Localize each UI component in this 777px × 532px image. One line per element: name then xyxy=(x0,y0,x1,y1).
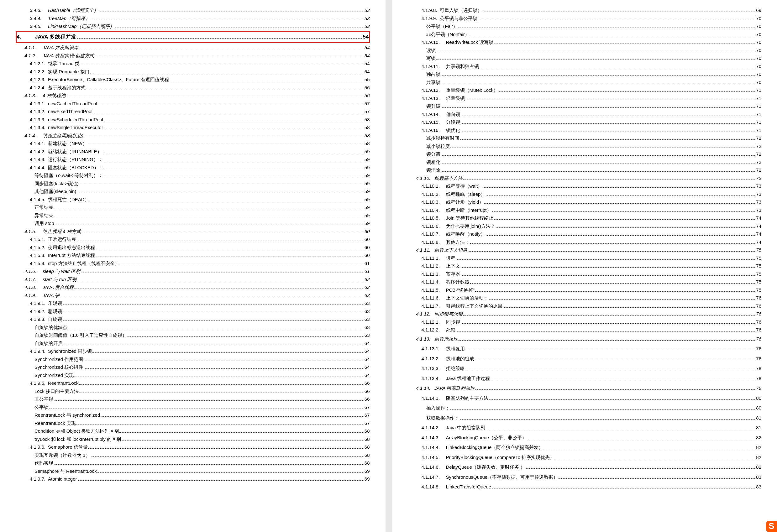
toc-entry[interactable]: 4.1.9.5.ReentrantLock66 xyxy=(30,379,370,387)
toc-entry[interactable]: 4.1.9.13.轻量级锁71 xyxy=(422,94,762,103)
toc-entry[interactable]: 4.1.9.2.悲观锁63 xyxy=(30,307,370,315)
toc-entry[interactable]: 4.1.3.4 种线程池56 xyxy=(24,92,370,100)
toc-entry[interactable]: 3.4.3.HashTable（线程安全）53 xyxy=(30,6,370,14)
toc-entry[interactable]: 3.4.5.LinkHashMap（记录插入顺序）53 xyxy=(30,22,370,30)
toc-entry[interactable]: 4.1.12.2.死锁76 xyxy=(422,326,762,334)
toc-entry[interactable]: 锁升级71 xyxy=(426,102,762,110)
toc-entry[interactable]: ReentrantLock 实现67 xyxy=(34,419,370,427)
toc-entry[interactable]: 4.1.9.11.共享锁和独占锁70 xyxy=(422,62,762,71)
toc-entry[interactable]: 4.1.10.5.Join 等待其他线程终止74 xyxy=(422,214,762,222)
toc-entry[interactable]: 4.1.11.3.寄存器75 xyxy=(422,270,762,278)
toc-entry[interactable]: 实现互斥锁（计数器为 1）68 xyxy=(34,451,370,459)
toc-entry[interactable]: 独占锁70 xyxy=(426,70,762,78)
toc-entry[interactable]: 4.1.10.3.线程让步（yield）73 xyxy=(422,198,762,206)
toc-entry[interactable]: 4.1.14.3.ArrayBlockingQueue（公平、非公平）82 xyxy=(422,433,762,443)
toc-entry[interactable]: 4.1.4.线程生命周期(状态)58 xyxy=(24,132,370,140)
toc-entry[interactable]: 4.1.13.4.Java 线程池工作过程78 xyxy=(422,374,762,384)
toc-entry[interactable]: Semaphore 与 ReentrantLock69 xyxy=(34,467,370,475)
toc-entry[interactable]: 4.1.10.7.线程唤醒（notify）74 xyxy=(422,230,762,238)
toc-entry[interactable]: 4.1.11.线程上下文切换75 xyxy=(416,246,762,254)
toc-entry[interactable]: 其他阻塞(sleep/join)59 xyxy=(34,187,370,195)
toc-entry[interactable]: 4.1.2.JAVA 线程实现/创建方式54 xyxy=(24,52,370,60)
toc-entry[interactable]: 锁分离72 xyxy=(426,150,762,158)
toc-entry[interactable]: 自旋锁的开启64 xyxy=(34,339,370,348)
toc-entry[interactable]: 4.1.5.1.正常运行结束60 xyxy=(30,235,370,243)
toc-entry[interactable]: 4.1.11.5.PCB-"切换桢"75 xyxy=(422,286,762,294)
toc-entry[interactable]: 4.1.2.2.实现 Runnable 接口。54 xyxy=(30,68,370,76)
toc-entry[interactable]: 4.1.10.线程基本方法72 xyxy=(416,174,762,182)
toc-entry[interactable]: 正常结束59 xyxy=(34,203,370,212)
toc-entry[interactable]: 4.1.4.3.运行状态（RUNNING）：59 xyxy=(30,155,370,163)
toc-entry[interactable]: 4.1.4.5.线程死亡（DEAD）59 xyxy=(30,195,370,204)
toc-entry[interactable]: 4.1.4.1.新建状态（NEW）58 xyxy=(30,139,370,148)
toc-entry[interactable]: tryLock 和 lock 和 lockInterruptibly 的区别68 xyxy=(34,435,370,443)
toc-entry[interactable]: 写锁70 xyxy=(426,54,762,62)
toc-entry[interactable]: 4.1.14.JAVA 阻塞队列原理79 xyxy=(416,383,762,393)
toc-entry[interactable]: 公平锁67 xyxy=(34,403,370,411)
toc-entry[interactable]: ReentrantLock 与 synchronized67 xyxy=(34,411,370,419)
toc-entry[interactable]: 4.1.14.5.PriorityBlockingQueue（compareTo… xyxy=(422,452,762,462)
toc-entry[interactable]: 获取数据操作：81 xyxy=(426,413,762,423)
toc-entry[interactable]: Synchronized 实现64 xyxy=(34,371,370,379)
toc-entry[interactable]: 4.1.9.10.ReadWriteLock 读写锁70 xyxy=(422,38,762,46)
toc-entry[interactable]: 4.1.11.1.进程75 xyxy=(422,254,762,262)
toc-entry[interactable]: 4.1.9.JAVA 锁63 xyxy=(24,291,370,299)
toc-entry[interactable]: 锁消除72 xyxy=(426,166,762,174)
toc-entry[interactable]: 4.1.4.4.阻塞状态（BLOCKED）：59 xyxy=(30,163,370,172)
toc-entry[interactable]: 4.1.3.1.newCachedThreadPool57 xyxy=(30,100,370,108)
toc-entry[interactable]: 4.1.3.4.newSingleThreadExecutor58 xyxy=(30,123,370,132)
toc-entry[interactable]: 4.1.13.3.拒绝策略78 xyxy=(422,364,762,374)
toc-entry[interactable]: 锁粗化72 xyxy=(426,158,762,166)
toc-entry[interactable]: 自旋锁时间阈值（1.6 引入了适应性自旋锁）63 xyxy=(34,331,370,339)
toc-entry[interactable]: 3.4.4.TreeMap（可排序）53 xyxy=(30,14,370,23)
toc-entry[interactable]: 4.1.4.2.就绪状态（RUNNABLE）：59 xyxy=(30,148,370,156)
toc-entry[interactable]: 4.1.1.JAVA 并发知识库54 xyxy=(24,43,370,52)
toc-entry[interactable]: 4.1.9.12.重量级锁（Mutex Lock）71 xyxy=(422,86,762,94)
toc-entry[interactable]: 代码实现68 xyxy=(34,459,370,467)
toc-entry[interactable]: 4.1.10.4.线程中断（interrupt）73 xyxy=(422,206,762,214)
toc-entry[interactable]: 调用 stop59 xyxy=(34,219,370,228)
toc-entry[interactable]: 4.1.14.2.Java 中的阻塞队列81 xyxy=(422,423,762,433)
toc-entry[interactable]: 减少锁持有时间72 xyxy=(426,134,762,142)
toc-entry[interactable]: 4.1.5.3.Interrupt 方法结束线程60 xyxy=(30,251,370,259)
toc-entry[interactable]: 4.1.5.终止线程 4 种方式60 xyxy=(24,228,370,236)
toc-entry[interactable]: 共享锁70 xyxy=(426,78,762,87)
toc-entry[interactable]: 非公平锁66 xyxy=(34,395,370,403)
toc-entry[interactable]: 4.1.9.8.可重入锁（递归锁）69 xyxy=(422,6,762,14)
toc-entry[interactable]: Lock 接口的主要方法66 xyxy=(34,387,370,395)
toc-entry[interactable]: 4.1.10.8.其他方法：74 xyxy=(422,238,762,246)
toc-entry[interactable]: 4.1.10.1.线程等待（wait）73 xyxy=(422,182,762,190)
toc-entry[interactable]: 4.1.14.6.DelayQueue（缓存失效、定时任务 ）82 xyxy=(422,462,762,472)
toc-entry[interactable]: 4.1.12.1.同步锁76 xyxy=(422,318,762,326)
toc-entry[interactable]: 异常结束59 xyxy=(34,212,370,220)
toc-entry[interactable]: 4.1.13.2.线程池的组成76 xyxy=(422,354,762,364)
toc-entry[interactable]: 4.1.6.sleep 与 wait 区别61 xyxy=(24,267,370,275)
toc-entry[interactable]: 4.1.13.线程池原理76 xyxy=(416,334,762,344)
toc-entry[interactable]: 4.JAVA 多线程并发54 xyxy=(17,33,369,42)
toc-entry[interactable]: 4.1.14.1.阻塞队列的主要方法80 xyxy=(422,393,762,403)
toc-entry[interactable]: 4.1.9.7.AtomicInteger69 xyxy=(30,475,370,483)
toc-entry[interactable]: 4.1.14.4.LinkedBlockingQueue（两个独立锁提高并发）8… xyxy=(422,442,762,452)
toc-entry[interactable]: 4.1.14.7.SynchronousQueue（不存储数据、可用于传递数据）… xyxy=(422,472,762,482)
toc-entry[interactable]: 4.1.2.3.ExecutorService、Callable<Class>、… xyxy=(30,76,370,84)
toc-entry[interactable]: 4.1.2.1.继承 Thread 类54 xyxy=(30,59,370,68)
toc-entry[interactable]: 4.1.9.16.锁优化71 xyxy=(422,126,762,134)
toc-entry[interactable]: 4.1.11.4.程序计数器75 xyxy=(422,278,762,286)
toc-entry[interactable]: 4.1.7.start 与 run 区别62 xyxy=(24,275,370,284)
toc-entry[interactable]: 4.1.12.同步锁与死锁76 xyxy=(416,310,762,318)
toc-entry[interactable]: 4.1.5.4.stop 方法终止线程（线程不安全）61 xyxy=(30,259,370,268)
toc-entry[interactable]: 4.1.3.2.newFixedThreadPool57 xyxy=(30,108,370,116)
toc-entry[interactable]: 4.1.9.9.公平锁与非公平锁70 xyxy=(422,14,762,23)
toc-entry[interactable]: 非公平锁（Nonfair）70 xyxy=(426,30,762,38)
toc-entry[interactable]: 自旋锁的优缺点63 xyxy=(34,323,370,331)
toc-entry[interactable]: 4.1.9.3.自旋锁63 xyxy=(30,315,370,323)
toc-entry[interactable]: 4.1.9.6.Semaphore 信号量68 xyxy=(30,443,370,451)
toc-entry[interactable]: 4.1.11.7.引起线程上下文切换的原因76 xyxy=(422,302,762,310)
toc-entry[interactable]: 4.1.13.1.线程复用76 xyxy=(422,344,762,354)
toc-entry[interactable]: 插入操作：80 xyxy=(426,403,762,413)
toc-entry[interactable]: 4.1.9.14.偏向锁71 xyxy=(422,110,762,118)
toc-entry[interactable]: 4.1.9.15.分段锁71 xyxy=(422,118,762,126)
toc-entry[interactable]: 公平锁（Fair）70 xyxy=(426,22,762,30)
toc-entry[interactable]: 4.1.11.6.上下文切换的活动：76 xyxy=(422,294,762,302)
toc-entry[interactable]: 4.1.5.2.使用退出标志退出线程60 xyxy=(30,243,370,252)
